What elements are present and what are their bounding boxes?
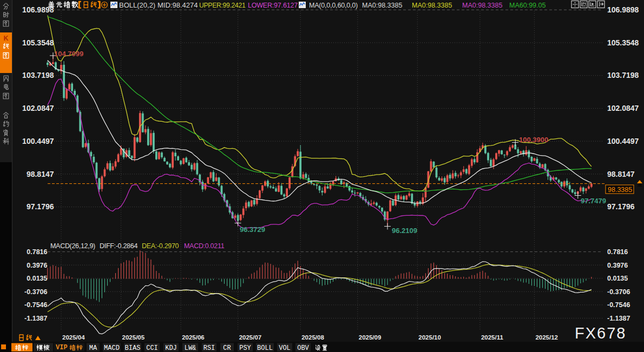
svg-text:LW&: LW& — [185, 344, 196, 352]
svg-text:VOL: VOL — [279, 344, 291, 352]
svg-text:102.0847: 102.0847 — [607, 104, 639, 112]
svg-text:-0.3706: -0.3706 — [607, 288, 630, 296]
svg-text:96.2109: 96.2109 — [392, 227, 417, 235]
svg-text:VIP: VIP — [56, 344, 68, 351]
svg-text:RSI: RSI — [203, 344, 215, 352]
svg-text:100.4497: 100.4497 — [22, 137, 54, 145]
svg-text:100.4497: 100.4497 — [607, 137, 639, 145]
svg-text:2025/07: 2025/07 — [239, 334, 262, 341]
svg-text:100.3900: 100.3900 — [519, 136, 548, 144]
svg-text:DIFF:-0.2864: DIFF:-0.2864 — [100, 242, 137, 250]
svg-text:2025/11: 2025/11 — [481, 334, 504, 341]
svg-text:103.7198: 103.7198 — [607, 71, 639, 79]
svg-text:0.3976: 0.3976 — [607, 262, 628, 269]
svg-text:KDJ: KDJ — [165, 344, 177, 352]
svg-text:0.7816: 0.7816 — [27, 248, 47, 256]
svg-text:LOWER:97.6127: LOWER:97.6127 — [248, 2, 298, 9]
svg-text:102.0847: 102.0847 — [22, 104, 54, 112]
svg-text:PSY: PSY — [239, 344, 251, 352]
svg-text:UPPER:99.2421: UPPER:99.2421 — [199, 2, 246, 9]
svg-text:FX678: FX678 — [575, 324, 626, 342]
svg-text:MA: MA — [89, 344, 97, 352]
svg-text:-1.1387: -1.1387 — [24, 315, 47, 322]
svg-text:98.8147: 98.8147 — [27, 170, 54, 178]
svg-text:K: K — [3, 35, 8, 42]
svg-text:-1.1387: -1.1387 — [607, 315, 630, 322]
svg-text:MA0:98.3385: MA0:98.3385 — [362, 2, 402, 9]
svg-text:BIAS: BIAS — [125, 344, 141, 352]
svg-text:0.0135: 0.0135 — [607, 275, 628, 282]
svg-text:MID:98.4274: MID:98.4274 — [157, 1, 198, 9]
svg-text:0.0135: 0.0135 — [27, 275, 47, 282]
svg-text:CCI: CCI — [146, 344, 158, 352]
svg-text:MA(0,0,0,60,0,0): MA(0,0,0,60,0,0) — [309, 2, 358, 9]
svg-text:105.3548: 105.3548 — [607, 38, 639, 47]
svg-text:98.8147: 98.8147 — [607, 170, 635, 178]
svg-text:97.7479: 97.7479 — [581, 197, 606, 205]
svg-text:OBV: OBV — [297, 344, 309, 352]
svg-text:105.3548: 105.3548 — [22, 38, 54, 47]
svg-text:0.7816: 0.7816 — [607, 248, 628, 256]
svg-text:2025/04: 2025/04 — [62, 334, 85, 341]
svg-text:97.1796: 97.1796 — [607, 202, 635, 211]
svg-text:96.3729: 96.3729 — [240, 225, 265, 234]
svg-text:MA60:99.05: MA60:99.05 — [509, 2, 546, 9]
svg-text:-0.3706: -0.3706 — [24, 288, 47, 296]
svg-text:2025/12: 2025/12 — [535, 334, 558, 341]
svg-text:BOLL: BOLL — [257, 344, 273, 352]
svg-text:2025/09: 2025/09 — [359, 334, 382, 341]
svg-text:2025/08: 2025/08 — [301, 334, 324, 341]
svg-text:-0.7546: -0.7546 — [607, 301, 630, 309]
svg-text:103.7198: 103.7198 — [22, 71, 54, 79]
svg-text:-0.7546: -0.7546 — [24, 301, 47, 309]
svg-text:0.3976: 0.3976 — [27, 262, 47, 269]
svg-text:2025/10: 2025/10 — [418, 334, 441, 341]
svg-text:CR: CR — [223, 344, 231, 352]
svg-text:97.1796: 97.1796 — [27, 202, 54, 211]
svg-text:MA0:98.3385: MA0:98.3385 — [412, 2, 452, 9]
svg-text:MACD:0.0211: MACD:0.0211 — [184, 242, 225, 250]
svg-text:DEA:-0.2970: DEA:-0.2970 — [142, 242, 179, 250]
svg-text:2025/06: 2025/06 — [182, 334, 205, 341]
svg-text:BOLL(20,2): BOLL(20,2) — [119, 1, 155, 9]
svg-text:104.7099: 104.7099 — [54, 50, 83, 58]
svg-text:MACD(26,12,9): MACD(26,12,9) — [50, 242, 95, 250]
svg-text:2025/05: 2025/05 — [122, 334, 145, 341]
svg-text:MA0:98.3385: MA0:98.3385 — [462, 2, 502, 9]
svg-text:106.9898: 106.9898 — [607, 5, 639, 14]
svg-text:98.3385: 98.3385 — [608, 186, 632, 194]
svg-text:MACD: MACD — [104, 344, 120, 352]
